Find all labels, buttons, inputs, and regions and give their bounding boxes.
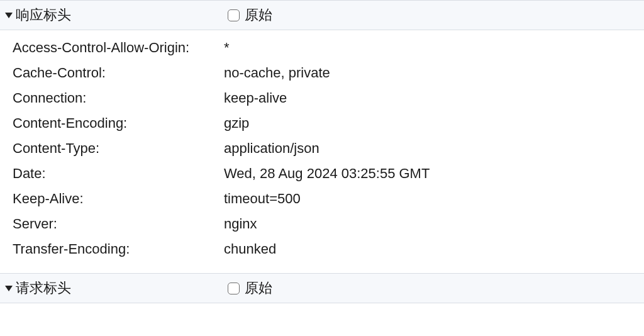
request-headers-toggle[interactable]: 请求标头 [4, 279, 228, 298]
header-value: keep-alive [224, 86, 644, 111]
header-name: Connection: [13, 86, 224, 111]
header-row: Server: nginx [13, 211, 644, 237]
chevron-down-icon [5, 286, 13, 291]
chevron-down-icon [5, 13, 13, 18]
header-row: Cache-Control: no-cache, private [13, 60, 644, 86]
header-value: nginx [224, 211, 644, 237]
header-row: Content-Type: application/json [13, 136, 644, 161]
response-headers-title: 响应标头 [16, 6, 71, 25]
response-headers-toggle[interactable]: 响应标头 [4, 6, 228, 25]
header-row: Transfer-Encoding: chunked [13, 237, 644, 262]
request-raw-checkbox[interactable] [228, 283, 240, 294]
header-row: Connection: keep-alive [13, 86, 644, 111]
header-row: Date: Wed, 28 Aug 2024 03:25:55 GMT [13, 161, 644, 186]
header-value: application/json [224, 136, 644, 161]
header-name: Content-Type: [13, 136, 224, 161]
header-value: chunked [224, 237, 644, 262]
request-headers-section-header[interactable]: 请求标头 原始 [0, 273, 644, 303]
request-raw-label: 原始 [245, 279, 272, 298]
header-name: Cache-Control: [13, 60, 224, 86]
response-raw-checkbox[interactable] [228, 9, 240, 21]
header-value: gzip [224, 111, 644, 136]
header-name: Server: [13, 211, 224, 237]
header-name: Content-Encoding: [13, 111, 224, 136]
response-headers-list: Access-Control-Allow-Origin: * Cache-Con… [0, 30, 644, 273]
header-name: Access-Control-Allow-Origin: [13, 35, 224, 60]
header-value: timeout=500 [224, 186, 644, 211]
header-row: Keep-Alive: timeout=500 [13, 186, 644, 211]
header-row: Access-Control-Allow-Origin: * [13, 35, 644, 60]
header-name: Keep-Alive: [13, 186, 224, 211]
response-headers-section-header[interactable]: 响应标头 原始 [0, 0, 644, 30]
header-value: no-cache, private [224, 60, 644, 86]
response-raw-toggle[interactable]: 原始 [228, 6, 272, 25]
response-raw-label: 原始 [245, 6, 272, 25]
header-value: Wed, 28 Aug 2024 03:25:55 GMT [224, 161, 644, 186]
header-name: Date: [13, 161, 224, 186]
header-value: * [224, 35, 644, 60]
request-headers-title: 请求标头 [16, 279, 71, 298]
request-raw-toggle[interactable]: 原始 [228, 279, 272, 298]
header-row: Content-Encoding: gzip [13, 111, 644, 136]
header-name: Transfer-Encoding: [13, 237, 224, 262]
